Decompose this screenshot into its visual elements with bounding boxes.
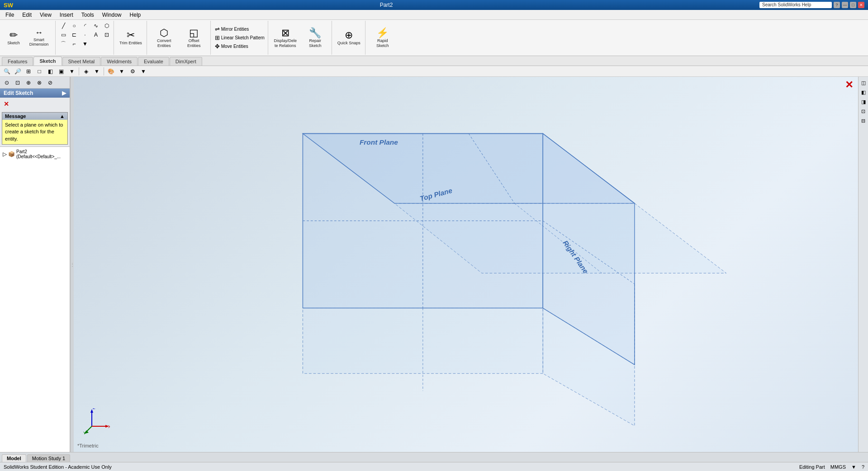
sidebar-btn-3[interactable]: ◨ xyxy=(859,98,868,106)
zoom-control[interactable]: ▼ xyxy=(851,464,856,470)
tab-sheet-metal[interactable]: Sheet Metal xyxy=(62,57,101,66)
view-tool-13[interactable]: ▼ xyxy=(138,67,148,75)
menu-view[interactable]: View xyxy=(36,11,55,19)
menu-edit[interactable]: Edit xyxy=(19,11,35,19)
x-label: X xyxy=(108,424,110,429)
view-tool-7[interactable]: ▼ xyxy=(67,67,77,75)
dimension-icon: ↔ xyxy=(35,28,43,38)
panel-tool-2[interactable]: ⊡ xyxy=(13,79,23,87)
repair-sketch-button[interactable]: 🔧 Repair Sketch xyxy=(301,22,330,54)
repair-icon: 🔧 xyxy=(309,28,321,38)
arc-tool[interactable]: ◜ xyxy=(80,22,90,30)
more-tool[interactable]: ▼ xyxy=(80,40,90,48)
edit-sketch-close-button[interactable]: ✕ xyxy=(2,99,11,108)
close-button[interactable]: ✕ xyxy=(858,2,864,8)
mirror-entities-button[interactable]: ⇌ Mirror Entities xyxy=(213,25,266,33)
mirror-icon: ⇌ xyxy=(215,26,220,33)
sidebar-btn-5[interactable]: ⊟ xyxy=(859,117,868,125)
chamfer-tool[interactable]: ⌐ xyxy=(69,40,79,48)
tab-sketch[interactable]: Sketch xyxy=(33,57,62,66)
separator1 xyxy=(79,67,79,75)
polygon-tool[interactable]: ⬡ xyxy=(102,22,112,30)
smart-dimension-button[interactable]: ↔ Smart Dimension xyxy=(24,22,53,54)
sidebar-btn-4[interactable]: ⊡ xyxy=(859,107,868,115)
tab-dimxpert[interactable]: DimXpert xyxy=(170,57,202,66)
view-tool-6[interactable]: ▣ xyxy=(56,67,66,75)
sw-logo: SW xyxy=(4,2,13,9)
panel-tool-1[interactable]: ⊙ xyxy=(2,79,12,87)
rapid-sketch-label: Rapid Sketch xyxy=(371,38,394,48)
rect-tool[interactable]: ▭ xyxy=(58,31,68,39)
rapid-sketch-button[interactable]: ⚡ Rapid Sketch xyxy=(368,22,397,54)
panel-collapse-handle[interactable]: ⋮ xyxy=(70,77,74,452)
convert-icon: ⬡ xyxy=(160,28,168,38)
panel-expand-icon[interactable]: ▶ xyxy=(62,90,66,96)
quick-snaps-button[interactable]: ⊕ Quick Snaps xyxy=(335,22,363,54)
panel-tool-4[interactable]: ⊗ xyxy=(34,79,44,87)
construction-tool[interactable]: ⊡ xyxy=(102,31,112,39)
toolbar-section-rapid: ⚡ Rapid Sketch xyxy=(366,21,399,55)
help-btn[interactable]: ? xyxy=(862,464,864,470)
message-header-label: Message xyxy=(5,113,26,119)
sketch-button[interactable]: ✏ Sketch xyxy=(4,22,24,54)
menubar: File Edit View Insert Tools Window Help xyxy=(0,10,868,20)
view-tool-9[interactable]: ▼ xyxy=(92,67,102,75)
tab-evaluate[interactable]: Evaluate xyxy=(138,57,169,66)
view-tool-12[interactable]: ⚙ xyxy=(128,67,138,75)
view-tool-8[interactable]: ◈ xyxy=(81,67,91,75)
maximize-button[interactable]: □ xyxy=(850,2,856,8)
panel-tool-3[interactable]: ⊕ xyxy=(24,79,33,87)
view-tool-5[interactable]: ◧ xyxy=(45,67,55,75)
text-tool[interactable]: A xyxy=(91,31,101,39)
trim-entities-button[interactable]: ✂ Trim Entities xyxy=(117,22,145,54)
menu-window[interactable]: Window xyxy=(99,11,125,19)
panel-title-bar: Edit Sketch ▶ xyxy=(0,89,70,98)
view-tool-1[interactable]: 🔍 xyxy=(2,67,12,75)
slot-tool[interactable]: ⊏ xyxy=(69,31,79,39)
pattern-icon: ⊞ xyxy=(215,34,220,41)
tab-features[interactable]: Features xyxy=(2,57,33,66)
icon-toolbar: 🔍 🔎 ⊞ □ ◧ ▣ ▼ ◈ ▼ 🎨 ▼ ⚙ ▼ xyxy=(0,66,868,77)
line-tool[interactable]: ╱ xyxy=(58,22,68,30)
help-icon[interactable]: ? xyxy=(834,2,840,8)
planes-svg: Front Plane Top Plane Right Plane xyxy=(74,77,868,452)
trim-icon: ✂ xyxy=(127,30,135,41)
view-tab-model[interactable]: Model xyxy=(2,454,26,462)
tab-weldments[interactable]: Weldments xyxy=(101,57,138,66)
convert-entities-button[interactable]: ⬡ Convert Entities xyxy=(150,22,179,54)
point-tool[interactable]: · xyxy=(80,31,90,39)
linear-sketch-button[interactable]: ⊞ Linear Sketch Pattern xyxy=(213,34,266,42)
view-tool-11[interactable]: ▼ xyxy=(117,67,127,75)
move-entities-button[interactable]: ✥ Move Entities xyxy=(213,42,266,50)
offset-entities-button[interactable]: ◱ Offset Entities xyxy=(180,22,209,54)
spline-tool[interactable]: ∿ xyxy=(91,22,101,30)
message-section: Message ▲ Select a plane on which to cre… xyxy=(2,112,68,145)
menu-help[interactable]: Help xyxy=(126,11,145,19)
snaps-icon: ⊕ xyxy=(345,30,353,41)
fillet-tool[interactable]: ⌒ xyxy=(58,40,68,48)
sidebar-btn-2[interactable]: ◧ xyxy=(859,88,868,96)
sidebar-btn-1[interactable]: ◫ xyxy=(859,79,868,87)
toolbar-section-snaps: ⊕ Quick Snaps xyxy=(333,21,365,55)
viewport[interactable]: Front Plane Top Plane Right Plane *Trime… xyxy=(74,77,868,452)
view-tab-motion[interactable]: Motion Study 1 xyxy=(27,454,70,462)
viewport-close-button[interactable]: ✕ xyxy=(843,79,855,91)
view-tool-4[interactable]: □ xyxy=(34,67,44,75)
trimetric-label: *Trimetric xyxy=(77,443,99,448)
menu-tools[interactable]: Tools xyxy=(78,11,98,19)
view-tool-2[interactable]: 🔎 xyxy=(13,67,23,75)
minimize-button[interactable]: — xyxy=(842,2,848,8)
menu-file[interactable]: File xyxy=(2,11,18,19)
view-tool-10[interactable]: 🎨 xyxy=(106,67,116,75)
display-delete-button[interactable]: ⊠ Display/Delete Relations xyxy=(271,22,300,54)
circle-tool[interactable]: ○ xyxy=(69,22,79,30)
mirror-label: Mirror Entities xyxy=(221,27,249,32)
panel-tool-5[interactable]: ⊘ xyxy=(45,79,55,87)
view-tool-3[interactable]: ⊞ xyxy=(24,67,33,75)
menu-insert[interactable]: Insert xyxy=(56,11,77,19)
message-collapse-icon[interactable]: ▲ xyxy=(60,113,65,119)
search-box[interactable]: Search SolidWorks Help xyxy=(759,2,832,8)
tree-item-part[interactable]: ▷ 📦 Part2 (Default<<Default>_... xyxy=(2,149,68,160)
display-icon: ⊠ xyxy=(281,28,289,38)
trim-label: Trim Entities xyxy=(119,41,142,46)
